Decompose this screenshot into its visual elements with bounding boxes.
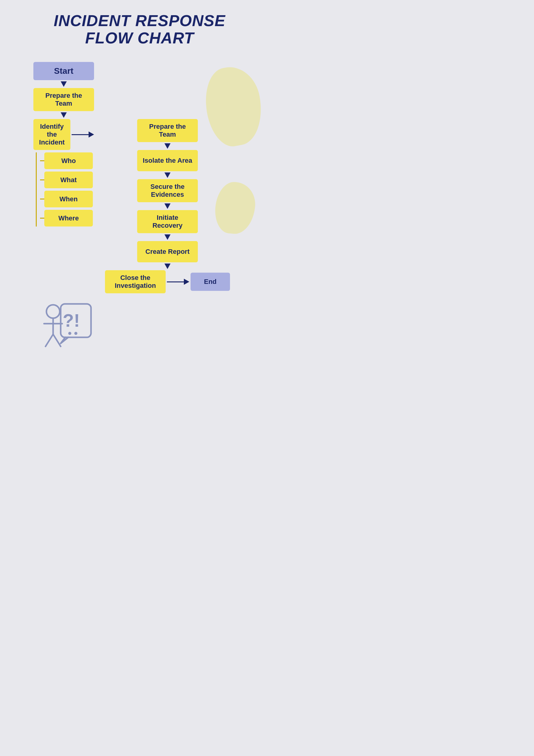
bracket-h-what [40, 179, 44, 180]
start-box: Start [33, 62, 94, 80]
arrow-r2 [165, 173, 170, 178]
person-icon: ?! [33, 299, 94, 357]
prepare-team-label: Prepare the Team [38, 92, 89, 107]
page: INCIDENT RESPONSE FLOW CHART Start Prepa… [0, 0, 279, 376]
end-label: End [204, 278, 216, 286]
when-label: When [60, 195, 78, 203]
end-box: End [191, 273, 230, 291]
title-line2: FLOW CHART [85, 29, 194, 47]
create-report-box: Create Report [137, 241, 198, 262]
right-prepare-team-box: Prepare the Team [137, 119, 198, 142]
right-flow-column: Prepare the Team Isolate the Area Secure… [105, 119, 230, 293]
identify-incident-box: Identify the Incident [33, 119, 70, 150]
close-investigation-box: Close the Investigation [105, 270, 165, 293]
what-label: What [61, 176, 77, 184]
close-to-end-arrow [167, 279, 189, 285]
when-box: When [44, 191, 93, 207]
sub-item-who-row: Who [40, 152, 94, 169]
bracket-h-where [40, 218, 44, 219]
arrow-r1 [165, 143, 170, 149]
where-label: Where [58, 214, 79, 222]
arrow-r4 [165, 234, 170, 240]
who-box: Who [44, 152, 93, 169]
svg-point-0 [46, 305, 60, 318]
right-prepare-team-label: Prepare the Team [142, 123, 193, 138]
arrow-r3 [165, 203, 170, 209]
sub-item-where-row: Where [40, 210, 94, 227]
title-line1: INCIDENT RESPONSE [54, 12, 225, 29]
svg-text:?!: ?! [63, 310, 80, 331]
identify-incident-label: Identify the Incident [38, 123, 65, 146]
start-label: Start [54, 66, 73, 76]
svg-point-7 [68, 332, 71, 335]
page-title: INCIDENT RESPONSE FLOW CHART [15, 12, 264, 47]
bracket-h-who [40, 160, 44, 161]
initiate-recovery-label: Initiate Recovery [142, 214, 193, 230]
sub-item-when-row: When [40, 191, 94, 207]
svg-point-8 [74, 332, 77, 335]
isolate-area-box: Isolate the Area [137, 150, 198, 171]
bracket-vertical [36, 152, 37, 227]
arrow-r5 [165, 263, 170, 269]
create-report-label: Create Report [145, 248, 189, 256]
isolate-area-label: Isolate the Area [142, 157, 192, 165]
close-investigation-label: Close the Investigation [110, 274, 161, 290]
secure-evidences-box: Secure the Evidences [137, 179, 198, 202]
svg-line-3 [45, 334, 53, 346]
bracket-h-when [40, 199, 44, 200]
prepare-team-box: Prepare the Team [33, 88, 94, 111]
sub-item-what-row: What [40, 172, 94, 188]
close-investigation-row: Close the Investigation End [105, 270, 230, 293]
person-icon-area: ?! [33, 299, 94, 358]
identify-to-right-arrow [72, 131, 94, 138]
who-label: Who [61, 157, 76, 165]
secure-evidences-label: Secure the Evidences [142, 183, 193, 199]
arrow-start-to-prepare [61, 81, 67, 87]
svg-line-4 [53, 334, 61, 346]
initiate-recovery-box: Initiate Recovery [137, 210, 198, 233]
what-box: What [44, 172, 93, 188]
where-box: Where [44, 210, 93, 227]
arrow-prepare-to-identify [61, 112, 67, 118]
